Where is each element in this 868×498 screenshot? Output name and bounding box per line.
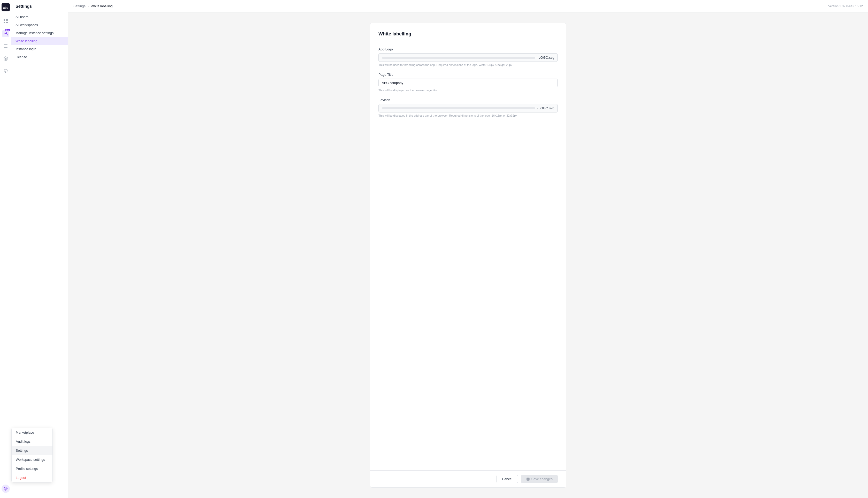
cloud-icon[interactable] xyxy=(2,67,9,75)
svg-rect-2 xyxy=(4,19,5,21)
popup-menu: Marketplace Audit logs Settings Workspac… xyxy=(11,428,53,483)
card-footer: Cancel Save changes xyxy=(370,470,566,487)
breadcrumb: Settings › White labelling xyxy=(73,4,113,8)
favicon-bar xyxy=(382,107,535,109)
content-area: White labelling App Logo -LOGO.svg This … xyxy=(68,12,868,498)
save-button[interactable]: Save changes xyxy=(521,475,558,483)
page-title-section: Page Title This will be displayed as the… xyxy=(378,73,558,92)
sidebar: Settings All users All workspaces Manage… xyxy=(11,0,68,498)
sidebar-item-all-users[interactable]: All users xyxy=(11,13,68,21)
white-labelling-card: White labelling App Logo -LOGO.svg This … xyxy=(370,23,566,488)
list-icon[interactable] xyxy=(2,42,9,50)
users-icon[interactable]: Beta xyxy=(2,30,9,37)
cancel-button[interactable]: Cancel xyxy=(497,475,518,483)
svg-rect-13 xyxy=(527,480,529,481)
save-label: Save changes xyxy=(531,477,553,481)
svg-rect-5 xyxy=(6,22,8,23)
popup-settings[interactable]: Settings xyxy=(12,446,52,455)
sidebar-item-white-labelling[interactable]: White labelling xyxy=(11,37,68,45)
svg-rect-12 xyxy=(527,478,529,479)
favicon-hint: This will be displayed in the address ba… xyxy=(378,114,558,117)
app-logo-input[interactable]: -LOGO.svg xyxy=(378,53,558,62)
beta-badge: Beta xyxy=(5,29,10,31)
svg-rect-9 xyxy=(4,47,8,48)
app-logo-section: App Logo -LOGO.svg This will be used for… xyxy=(378,47,558,66)
breadcrumb-parent[interactable]: Settings xyxy=(73,4,85,8)
breadcrumb-separator: › xyxy=(87,4,89,8)
favicon-filename: -LOGO.svg xyxy=(537,106,554,110)
svg-point-10 xyxy=(5,488,6,489)
version-text: Version 2.32.0-ee2.15.12 xyxy=(828,4,863,8)
favicon-input[interactable]: -LOGO.svg xyxy=(378,104,558,113)
svg-text:abc: abc xyxy=(3,6,8,10)
card-body: White labelling App Logo -LOGO.svg This … xyxy=(370,23,566,470)
popup-workspace-settings[interactable]: Workspace settings xyxy=(12,455,52,464)
save-icon xyxy=(526,477,530,481)
popup-audit-logs[interactable]: Audit logs xyxy=(12,437,52,446)
popup-profile-settings[interactable]: Profile settings xyxy=(12,464,52,473)
popup-marketplace[interactable]: Marketplace xyxy=(12,428,52,437)
sidebar-nav: All users All workspaces Manage instance… xyxy=(11,13,68,61)
page-title-label: Page Title xyxy=(378,73,558,77)
topbar: Settings › White labelling Version 2.32.… xyxy=(68,0,868,12)
main-content: Settings › White labelling Version 2.32.… xyxy=(68,0,868,498)
app-logo[interactable]: abc xyxy=(2,3,10,11)
svg-rect-3 xyxy=(6,19,8,21)
gear-button[interactable] xyxy=(2,485,10,493)
sidebar-item-all-workspaces[interactable]: All workspaces xyxy=(11,21,68,29)
svg-rect-8 xyxy=(4,46,8,46)
sidebar-item-instance-login[interactable]: Instance login xyxy=(11,45,68,53)
app-logo-label: App Logo xyxy=(378,47,558,51)
sidebar-title: Settings xyxy=(11,4,68,13)
app-logo-filename: -LOGO.svg xyxy=(537,56,554,60)
app-logo-bar xyxy=(382,57,535,59)
icon-bar-bottom xyxy=(2,483,10,495)
icon-bar: abc Beta xyxy=(0,0,11,498)
page-title-hint: This will be displayed as the browser pa… xyxy=(378,89,558,92)
sidebar-item-license[interactable]: License xyxy=(11,53,68,61)
breadcrumb-current: White labelling xyxy=(91,4,113,8)
svg-rect-7 xyxy=(4,44,8,45)
layers-icon[interactable] xyxy=(2,55,9,62)
page-title-input[interactable] xyxy=(378,79,558,87)
svg-rect-4 xyxy=(4,22,5,23)
favicon-label: Favicon xyxy=(378,98,558,102)
sidebar-item-manage-instance[interactable]: Manage instance settings xyxy=(11,29,68,37)
favicon-section: Favicon -LOGO.svg This will be displayed… xyxy=(378,98,558,117)
popup-logout[interactable]: Logout xyxy=(12,473,52,482)
grid-icon[interactable] xyxy=(2,17,9,25)
card-title: White labelling xyxy=(378,31,558,41)
app-logo-hint: This will be used for branding across th… xyxy=(378,63,558,66)
